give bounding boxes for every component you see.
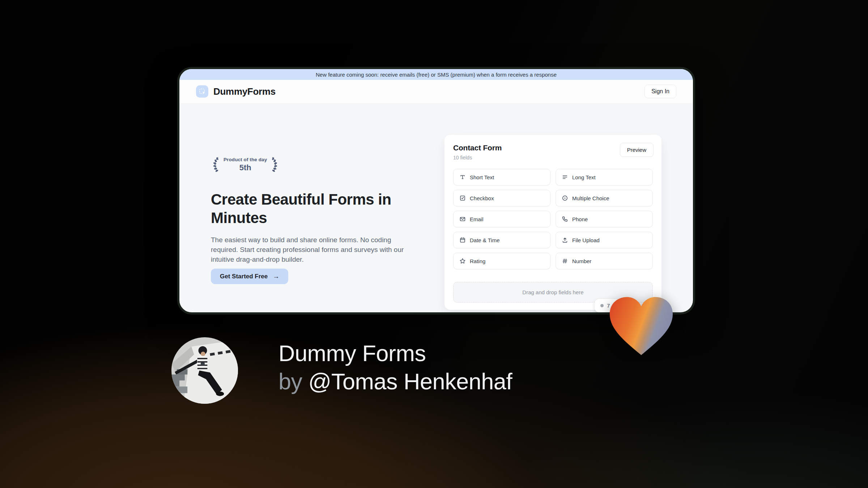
field-rating[interactable]: Rating bbox=[453, 253, 550, 269]
promo-canvas: New feature coming soon: receive emails … bbox=[0, 0, 868, 488]
field-phone[interactable]: Phone bbox=[556, 211, 653, 227]
field-label: Short Text bbox=[470, 174, 494, 180]
laurel-right-icon bbox=[270, 156, 280, 173]
hero-title: Create Beautiful Forms in Minutes bbox=[211, 191, 406, 227]
dot-icon bbox=[600, 304, 604, 307]
checkbox-icon bbox=[459, 195, 466, 201]
field-label: Checkbox bbox=[470, 195, 494, 201]
field-label: Phone bbox=[572, 216, 588, 222]
field-label: File Upload bbox=[572, 237, 600, 243]
hash-icon bbox=[562, 258, 568, 264]
credit-title: Dummy Forms bbox=[278, 339, 512, 367]
site-header: DummyForms Sign In bbox=[179, 80, 693, 103]
field-email[interactable]: Email bbox=[453, 211, 550, 227]
brand-name: DummyForms bbox=[213, 86, 276, 97]
field-number[interactable]: Number bbox=[556, 253, 653, 269]
heart-icon bbox=[605, 293, 677, 359]
laurel-left-icon bbox=[211, 156, 220, 173]
avatar bbox=[171, 337, 238, 404]
announcement-text: New feature coming soon: receive emails … bbox=[316, 72, 557, 78]
hero-description: The easiest way to build and share onlin… bbox=[211, 235, 420, 264]
field-short-text[interactable]: Short Text bbox=[453, 169, 550, 185]
field-label: Date & Time bbox=[470, 237, 500, 243]
badge-line1: Product of the day bbox=[224, 157, 267, 162]
get-started-button[interactable]: Get Started Free → bbox=[211, 269, 288, 284]
phone-icon bbox=[562, 216, 568, 222]
announcement-banner: New feature coming soon: receive emails … bbox=[179, 69, 693, 80]
arrow-right-icon: → bbox=[273, 273, 279, 280]
dashed-selection-cursor-icon bbox=[199, 88, 206, 95]
cta-label: Get Started Free bbox=[220, 273, 268, 280]
browser-window: New feature coming soon: receive emails … bbox=[177, 67, 695, 314]
field-label: Email bbox=[470, 216, 484, 222]
calendar-icon bbox=[459, 237, 466, 243]
avatar-photo bbox=[171, 337, 238, 404]
byline-name: @Tomas Henkenhaf bbox=[309, 369, 512, 394]
field-file-upload[interactable]: File Upload bbox=[556, 232, 653, 248]
logo-mark bbox=[196, 85, 208, 98]
field-label: Long Text bbox=[572, 174, 596, 180]
badge-line2: 5th bbox=[224, 163, 267, 172]
field-long-text[interactable]: Long Text bbox=[556, 169, 653, 185]
text-icon bbox=[459, 174, 466, 180]
upload-icon bbox=[562, 237, 568, 243]
radio-icon bbox=[562, 195, 568, 201]
credit-byline: by @Tomas Henkenhaf bbox=[278, 367, 512, 395]
field-label: Multiple Choice bbox=[572, 195, 609, 201]
brand-logo[interactable]: DummyForms bbox=[196, 85, 276, 98]
badge-text: Product of the day 5th bbox=[224, 157, 267, 172]
field-palette: Short Text Long Text Checkbox bbox=[453, 169, 653, 269]
field-multiple-choice[interactable]: Multiple Choice bbox=[556, 190, 653, 206]
field-label: Number bbox=[572, 258, 591, 264]
product-of-the-day-badge: Product of the day 5th bbox=[211, 156, 280, 173]
field-checkbox[interactable]: Checkbox bbox=[453, 190, 550, 206]
field-date-time[interactable]: Date & Time bbox=[453, 232, 550, 248]
sign-in-button[interactable]: Sign In bbox=[644, 85, 676, 98]
field-label: Rating bbox=[470, 258, 485, 264]
preview-button[interactable]: Preview bbox=[620, 143, 654, 157]
byline-prefix: by bbox=[278, 369, 302, 394]
envelope-icon bbox=[459, 216, 466, 222]
credit-text: Dummy Forms by @Tomas Henkenhaf bbox=[278, 339, 512, 395]
form-builder-card: Contact Form 10 fields Preview Short Tex… bbox=[444, 135, 661, 310]
align-left-icon bbox=[562, 174, 568, 180]
dropzone-text: Drag and drop fields here bbox=[522, 289, 583, 295]
star-icon bbox=[459, 258, 466, 264]
